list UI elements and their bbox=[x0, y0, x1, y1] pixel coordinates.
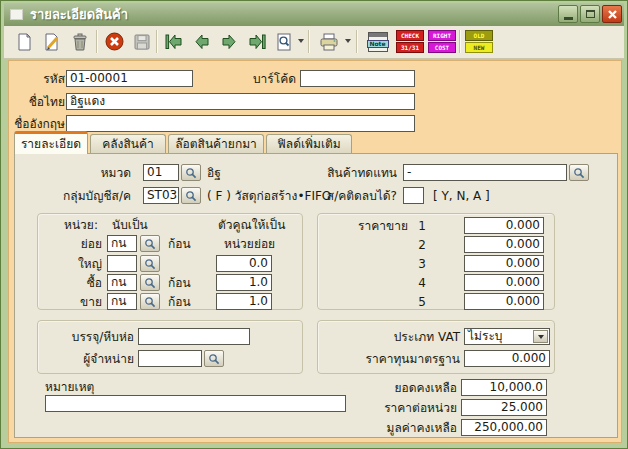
multiplier-label: ตัวคูณให้เป็น bbox=[218, 218, 302, 233]
unit-big-multiplier-field[interactable]: 0.0 bbox=[216, 255, 272, 272]
price-row-number: 1 bbox=[414, 219, 426, 234]
print-dropdown-arrow[interactable] bbox=[345, 39, 351, 43]
unit-buy-field[interactable]: กน bbox=[107, 274, 137, 291]
substitute-label: สินค้าทดแทน bbox=[297, 166, 397, 181]
vat-type-dropdown[interactable]: ไม่ระบุ bbox=[464, 328, 550, 345]
unit-big-field[interactable] bbox=[107, 255, 137, 272]
packing-field[interactable] bbox=[138, 328, 250, 345]
total-value-field[interactable]: 250,000.00 bbox=[461, 419, 547, 436]
unit-sub-search-button[interactable] bbox=[140, 235, 160, 252]
delete-button[interactable] bbox=[66, 28, 93, 55]
last-record-button[interactable] bbox=[244, 28, 271, 55]
price-row-number: 3 bbox=[414, 257, 426, 272]
unit-sell-name: ก้อน bbox=[168, 295, 212, 310]
note-button[interactable]: Note bbox=[364, 28, 391, 55]
substitute-search-button[interactable] bbox=[569, 164, 589, 181]
toolbar-separator bbox=[96, 30, 97, 53]
titlebar[interactable]: รายละเอียดสินค้า bbox=[4, 3, 624, 26]
edit-button[interactable] bbox=[38, 28, 65, 55]
new-button[interactable] bbox=[10, 28, 37, 55]
close-button[interactable] bbox=[602, 5, 622, 23]
unit-buy-search-button[interactable] bbox=[140, 274, 160, 291]
thai-name-field[interactable]: อิฐแดง bbox=[66, 93, 415, 110]
selling-price-3-field[interactable]: 0.000 bbox=[464, 255, 544, 272]
selling-price-2-field[interactable]: 0.000 bbox=[464, 236, 544, 253]
search-icon bbox=[144, 277, 156, 289]
unit-sell-search-button[interactable] bbox=[140, 293, 160, 310]
selling-price-1-field[interactable]: 0.000 bbox=[464, 217, 544, 234]
note-field[interactable] bbox=[45, 395, 346, 412]
code-field[interactable]: 01-00001 bbox=[66, 70, 193, 87]
vat-group: ประเภท VAT ไม่ระบุ ราคาทุนมาตรฐาน 0.000 bbox=[317, 320, 555, 374]
toolbar-separator bbox=[156, 30, 157, 53]
previous-record-button[interactable] bbox=[188, 28, 215, 55]
search-icon bbox=[208, 353, 220, 365]
dropdown-arrow-icon[interactable] bbox=[533, 330, 548, 343]
toolbar: Note CHECK 31/31 RIGHT COST OLD NEW bbox=[4, 26, 624, 59]
units-group: หน่วย: นับเป็น ตัวคูณให้เป็น ย่อย กน ก้อ… bbox=[37, 213, 303, 310]
count-as-label: นับเป็น bbox=[112, 218, 172, 233]
toolbar-separator bbox=[308, 30, 309, 53]
unit-sell-label: ขาย bbox=[46, 295, 102, 310]
next-record-button[interactable] bbox=[216, 28, 243, 55]
total-value-label: มูลค่าคงเหลือ bbox=[355, 421, 457, 436]
check-chip: CHECK bbox=[396, 30, 424, 41]
printer-icon bbox=[318, 32, 340, 52]
std-cost-field[interactable]: 0.000 bbox=[464, 350, 550, 367]
code-label: รหัส bbox=[17, 72, 65, 87]
account-group-search-button[interactable] bbox=[181, 187, 201, 204]
search-icon bbox=[573, 167, 585, 179]
check-stock-button[interactable]: CHECK 31/31 bbox=[396, 30, 424, 53]
right-chip: RIGHT bbox=[428, 30, 456, 41]
packing-label: บรรจุ/หีบห่อ bbox=[46, 330, 134, 345]
preview-icon bbox=[274, 32, 294, 52]
maximize-button[interactable] bbox=[580, 5, 600, 23]
unit-big-search-button[interactable] bbox=[140, 255, 160, 272]
unit-sub-field[interactable]: กน bbox=[107, 235, 137, 252]
selling-price-4-field[interactable]: 0.000 bbox=[464, 274, 544, 291]
tab-details[interactable]: รายละเอียด bbox=[14, 131, 88, 154]
trash-icon bbox=[70, 32, 90, 52]
preview-dropdown-arrow[interactable] bbox=[298, 39, 304, 43]
save-button[interactable] bbox=[128, 28, 155, 55]
vat-type-label: ประเภท VAT bbox=[348, 330, 460, 345]
eng-name-label: ชื่ออังกฤษ bbox=[3, 117, 65, 132]
search-icon bbox=[144, 238, 156, 250]
price-row-number: 2 bbox=[414, 238, 426, 253]
unit-big-label: ใหญ่ bbox=[46, 257, 102, 272]
right-cost-button[interactable]: RIGHT COST bbox=[428, 30, 456, 53]
cancel-button[interactable] bbox=[101, 28, 128, 55]
barcode-field[interactable] bbox=[300, 70, 415, 87]
balance-label: ยอดคงเหลือ bbox=[355, 381, 457, 396]
unit-price-label: ราคาต่อหน่วย bbox=[355, 401, 457, 416]
details-tab-panel: หมวด 01 อิฐ กลุ่มบัญชีส/ค ST03 ( F ) วัส… bbox=[14, 153, 618, 438]
tab-warehouse[interactable]: คลังสินค้า <F8> bbox=[90, 134, 166, 154]
unit-sub-name: ก้อน bbox=[168, 237, 212, 252]
substitute-field[interactable]: - bbox=[403, 164, 567, 181]
balance-field[interactable]: 10,000.0 bbox=[461, 379, 547, 396]
supplier-field[interactable] bbox=[138, 350, 202, 367]
preview-button[interactable] bbox=[270, 28, 297, 55]
search-icon bbox=[144, 296, 156, 308]
new-document-icon bbox=[14, 32, 34, 52]
account-group-field[interactable]: ST03 bbox=[143, 187, 179, 204]
minimize-icon bbox=[564, 17, 573, 20]
first-record-button[interactable] bbox=[160, 28, 187, 55]
unit-sell-field[interactable]: กน bbox=[107, 293, 137, 310]
supplier-search-button[interactable] bbox=[204, 350, 224, 367]
negative-stock-field[interactable] bbox=[403, 187, 424, 204]
eng-name-field[interactable] bbox=[66, 115, 415, 132]
category-field[interactable]: 01 bbox=[143, 164, 179, 181]
minimize-button[interactable] bbox=[558, 5, 578, 23]
category-search-button[interactable] bbox=[181, 164, 201, 181]
print-button[interactable] bbox=[315, 28, 342, 55]
old-chip: OLD bbox=[465, 30, 493, 41]
selling-price-5-field[interactable]: 0.000 bbox=[464, 293, 544, 310]
tab-extra-fields[interactable]: ฟิลด์เพิ่มเติม bbox=[266, 134, 352, 154]
old-new-button[interactable]: OLD NEW bbox=[465, 30, 493, 53]
unit-price-field[interactable]: 25.000 bbox=[461, 399, 547, 416]
tab-lot-carryover[interactable]: ล๊อตสินค้ายกมา <F7> bbox=[168, 134, 264, 154]
new-chip: NEW bbox=[465, 42, 493, 53]
unit-buy-multiplier-field[interactable]: 1.0 bbox=[216, 274, 272, 291]
unit-sell-multiplier-field[interactable]: 1.0 bbox=[216, 293, 272, 310]
